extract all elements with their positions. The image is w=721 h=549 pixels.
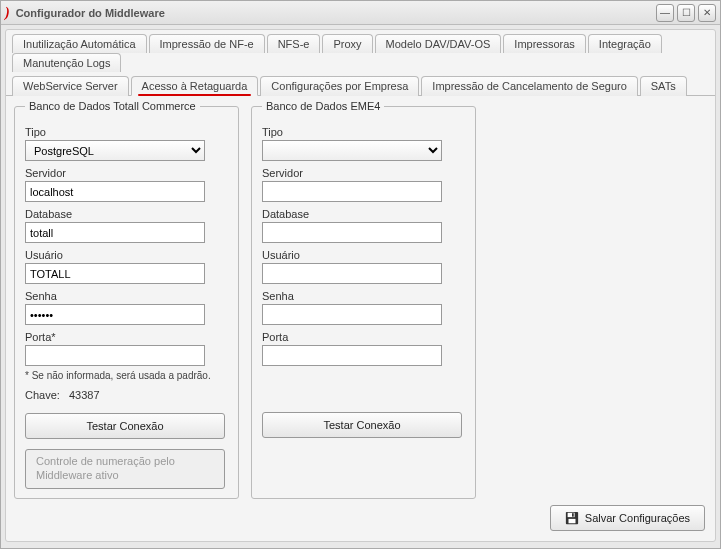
input-usuario-b[interactable]: [262, 263, 442, 284]
numbering-control-button[interactable]: Controle de numeração pelo Middleware at…: [25, 449, 225, 489]
input-servidor-b[interactable]: [262, 181, 442, 202]
tab-webservice-server[interactable]: WebService Server: [12, 76, 129, 96]
label-database: Database: [25, 208, 228, 220]
svg-rect-3: [572, 513, 574, 517]
chave-label: Chave:: [25, 389, 60, 401]
input-porta-a[interactable]: [25, 345, 205, 366]
panel-area: Banco de Dados Totall Commerce Tipo Post…: [14, 100, 707, 499]
titlebar: ) Configurador do Middleware — ☐ ✕: [1, 1, 720, 25]
window-title: Configurador do Middleware: [16, 7, 165, 19]
tab-impressoras[interactable]: Impressoras: [503, 34, 586, 53]
tab-proxy[interactable]: Proxy: [322, 34, 372, 53]
save-button-label: Salvar Configurações: [585, 512, 690, 524]
label-usuario: Usuário: [25, 249, 228, 261]
label-porta-b: Porta: [262, 331, 465, 343]
save-button[interactable]: Salvar Configurações: [550, 505, 705, 531]
group-totall-commerce: Banco de Dados Totall Commerce Tipo Post…: [14, 100, 239, 499]
tab-impress-o-de-nf-e[interactable]: Impressão de NF-e: [149, 34, 265, 53]
chave-row: Chave: 43387: [25, 389, 228, 401]
group-legend: Banco de Dados Totall Commerce: [25, 100, 200, 112]
tab-acesso-retaguarda[interactable]: Acesso à Retaguarda: [131, 76, 259, 96]
label-senha: Senha: [25, 290, 228, 302]
label-senha-b: Senha: [262, 290, 465, 302]
test-connection-b-button[interactable]: Testar Conexão: [262, 412, 462, 438]
group-eme4: Banco de Dados EME4 Tipo Servidor Databa…: [251, 100, 476, 499]
hint-porta: * Se não informada, será usada a padrão.: [25, 370, 228, 381]
input-senha-a[interactable]: [25, 304, 205, 325]
content-area: Inutilização AutomáticaImpressão de NF-e…: [5, 29, 716, 542]
tab-nfs-e[interactable]: NFS-e: [267, 34, 321, 53]
input-porta-b[interactable]: [262, 345, 442, 366]
save-icon: [565, 511, 579, 525]
label-database-b: Database: [262, 208, 465, 220]
footer: Salvar Configurações: [550, 505, 705, 531]
tab-configura-es-por-empresa[interactable]: Configurações por Empresa: [260, 76, 419, 96]
select-tipo-a[interactable]: PostgreSQL: [25, 140, 205, 161]
minimize-button[interactable]: —: [656, 4, 674, 22]
input-senha-b[interactable]: [262, 304, 442, 325]
chave-value: 43387: [69, 389, 100, 401]
tab-impress-o-de-cancelamento-de-seguro[interactable]: Impressão de Cancelamento de Seguro: [421, 76, 637, 96]
group-legend-b: Banco de Dados EME4: [262, 100, 384, 112]
input-database-a[interactable]: [25, 222, 205, 243]
tab-inutiliza-o-autom-tica[interactable]: Inutilização Automática: [12, 34, 147, 53]
label-porta: Porta*: [25, 331, 228, 343]
input-usuario-a[interactable]: [25, 263, 205, 284]
label-usuario-b: Usuário: [262, 249, 465, 261]
input-database-b[interactable]: [262, 222, 442, 243]
app-icon: ): [5, 5, 10, 21]
select-tipo-b[interactable]: [262, 140, 442, 161]
tab-modelo-dav-dav-os[interactable]: Modelo DAV/DAV-OS: [375, 34, 502, 53]
label-tipo-b: Tipo: [262, 126, 465, 138]
label-servidor: Servidor: [25, 167, 228, 179]
app-window: ) Configurador do Middleware — ☐ ✕ Inuti…: [0, 0, 721, 549]
tab-sats[interactable]: SATs: [640, 76, 687, 96]
input-servidor-a[interactable]: [25, 181, 205, 202]
test-connection-a-button[interactable]: Testar Conexão: [25, 413, 225, 439]
svg-rect-2: [568, 519, 575, 523]
maximize-button[interactable]: ☐: [677, 4, 695, 22]
tab-row-1: Inutilização AutomáticaImpressão de NF-e…: [6, 30, 715, 72]
tab-manuten-o-logs[interactable]: Manutenção Logs: [12, 53, 121, 72]
tab-row-2: WebService ServerAcesso à RetaguardaConf…: [6, 72, 715, 96]
label-servidor-b: Servidor: [262, 167, 465, 179]
label-tipo: Tipo: [25, 126, 228, 138]
tab-integra-o[interactable]: Integração: [588, 34, 662, 53]
close-button[interactable]: ✕: [698, 4, 716, 22]
